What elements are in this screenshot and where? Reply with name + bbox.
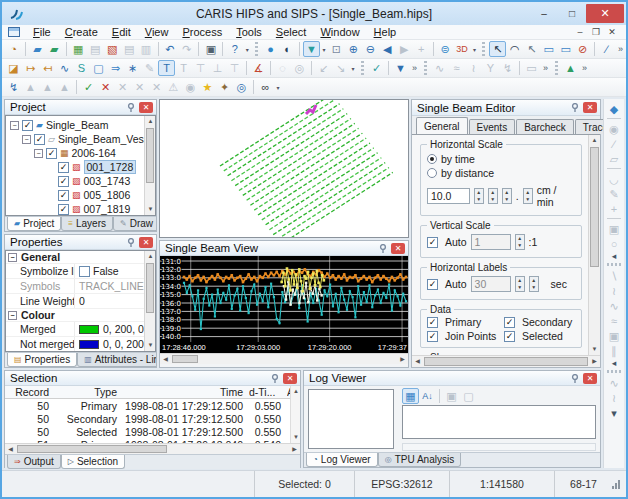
collapse-strip-icon[interactable]: ▾ — [605, 405, 623, 420]
tree-checkbox[interactable]: ✓ — [34, 134, 45, 145]
tree-checkbox[interactable]: ✓ — [22, 120, 33, 131]
property-value[interactable]: False — [74, 264, 155, 278]
export-image-icon[interactable]: ▧ — [104, 41, 121, 57]
spinner[interactable]: ▲▼ — [502, 188, 512, 204]
column-header-record[interactable]: Record — [5, 386, 55, 398]
mdi-close-button[interactable]: ✕ — [604, 27, 620, 37]
pin-icon[interactable] — [125, 102, 137, 113]
property-value[interactable]: 0 — [74, 294, 155, 308]
maximize-button[interactable]: □ — [558, 4, 586, 23]
close-icon[interactable]: ✕ — [283, 373, 297, 384]
scroll-right-icon[interactable]: ▶ — [397, 354, 408, 365]
dropdown-arrow-icon[interactable]: ▾ — [243, 46, 251, 53]
toolbar-overflow-button[interactable]: » — [409, 63, 420, 73]
editor-vscrollbar[interactable]: ▲ ▼ — [588, 135, 600, 355]
spinner[interactable]: ▲▼ — [523, 188, 533, 204]
select-pick-icon[interactable]: ↖ — [523, 41, 540, 57]
tree-node-line-005-1806[interactable]: ✓▨005_1806 — [8, 188, 155, 202]
editor-hscrollbar[interactable]: ◀ ▶ — [412, 355, 600, 367]
toolbar-overflow-button[interactable]: » — [615, 44, 626, 54]
tree-node-line-001-1728[interactable]: ✓▨001_1728 — [8, 160, 155, 174]
table-row[interactable]: 50Selected1998-08-01 17:29:12.5000.55010… — [5, 425, 300, 438]
filter-test-icon[interactable]: ▼ — [392, 60, 409, 76]
angle-tool-icon[interactable]: ∡ — [250, 60, 267, 76]
map-display-view[interactable] — [159, 99, 409, 238]
tree-checkbox[interactable]: ✓ — [58, 190, 69, 201]
tree-expander-icon[interactable]: − — [22, 135, 31, 144]
tree-node-vessel[interactable]: −✓▱Single_Beam_Vessel_E — [8, 132, 155, 146]
bottom-tab-selection[interactable]: ▷Selection — [61, 455, 125, 469]
night-view-icon[interactable]: ◐ — [279, 41, 296, 57]
log-entries-listbox[interactable] — [308, 389, 394, 449]
scroll-up-icon[interactable]: ▲ — [291, 386, 300, 397]
editor-tab-barcheck[interactable]: Barcheck — [516, 119, 574, 134]
selected-checkbox[interactable]: ✓ — [504, 331, 515, 342]
column-header-time[interactable]: Time — [123, 386, 249, 398]
dropdown-arrow-icon[interactable]: ▾ — [471, 46, 479, 53]
dropdown-arrow-icon[interactable]: ▾ — [349, 65, 357, 72]
accept-icon[interactable]: ✓ — [80, 79, 97, 95]
project-tab-layers[interactable]: ≡Layers — [61, 217, 113, 231]
tree-expander-icon[interactable]: − — [10, 121, 19, 130]
vertical-auto-checkbox[interactable]: ✓ — [427, 237, 438, 248]
by-distance-radio[interactable] — [427, 168, 437, 178]
group-expander-icon[interactable]: − — [8, 311, 17, 320]
by-time-radio[interactable] — [427, 154, 437, 164]
depth-trace-chart[interactable]: 131.0132.0133.0134.0135.0136.0137.0138.0… — [160, 256, 408, 353]
menu-create[interactable]: Create — [58, 26, 105, 38]
column-header-d-ti[interactable]: d-Ti... — [249, 386, 287, 398]
filter-accept-icon[interactable]: ✓ — [368, 60, 385, 76]
tree-node-day-2006-164[interactable]: −✓▦2006-164 — [8, 146, 155, 160]
scroll-left-icon[interactable]: ◀ — [5, 444, 16, 455]
dropdown-arrow-icon[interactable]: ▾ — [274, 84, 282, 91]
log-sort-icon[interactable]: A↓ — [419, 388, 436, 404]
new-field-sheet-icon[interactable]: ▢ — [90, 60, 107, 76]
property-row-symbolize-lin[interactable]: Symbolize linFalse — [6, 264, 155, 279]
close-icon[interactable]: ✕ — [583, 102, 597, 113]
select-all-icon[interactable]: ▭ — [557, 41, 574, 57]
close-icon[interactable]: ✕ — [139, 237, 153, 248]
menu-edit[interactable]: Edit — [105, 26, 138, 38]
select-cursor-icon[interactable]: ↖ — [489, 41, 506, 57]
close-icon[interactable]: ✕ — [139, 102, 153, 113]
menu-file[interactable]: File — [26, 26, 58, 38]
spinner[interactable]: ▲▼ — [529, 276, 539, 292]
menu-help[interactable]: Help — [367, 26, 404, 38]
project-tab-project[interactable]: ▰Project — [7, 217, 61, 231]
tree-checkbox[interactable]: ✓ — [46, 148, 57, 159]
toolbar-overflow-button[interactable]: » — [579, 63, 590, 73]
export-data-icon[interactable]: ⇒ — [107, 60, 124, 76]
editor-tab-events[interactable]: Events — [469, 119, 516, 134]
log-tab-tpu-analysis[interactable]: ◎TPU Analysis — [378, 453, 461, 467]
import-line-icon[interactable]: ↦ — [22, 60, 39, 76]
mdi-minimize-button[interactable]: – — [572, 27, 588, 37]
property-row-merged[interactable]: Merged0, 200, 0 — [6, 322, 155, 337]
search-target-icon[interactable]: ◎ — [233, 79, 250, 95]
zoom-in-icon[interactable]: ⊕ — [345, 41, 362, 57]
pin-icon[interactable] — [125, 237, 137, 248]
eraser-icon[interactable]: ◪ — [5, 60, 22, 76]
reject-icon[interactable]: ✕ — [97, 79, 114, 95]
log-detail-box[interactable] — [402, 405, 596, 439]
primary-checkbox[interactable]: ✓ — [427, 317, 438, 328]
close-icon[interactable]: ✕ — [583, 373, 597, 384]
mdi-restore-button[interactable]: ❐ — [588, 27, 604, 37]
scroll-down-icon[interactable]: ▼ — [145, 340, 156, 351]
scroll-left-icon[interactable]: ◀ — [412, 356, 423, 367]
open-project-icon[interactable]: ▰ — [29, 41, 46, 57]
spinner[interactable]: ▲▼ — [474, 188, 484, 204]
menu-process[interactable]: Process — [175, 26, 229, 38]
properties-tab-properties[interactable]: ▤Properties — [7, 353, 77, 367]
scroll-up-icon[interactable]: ▲ — [145, 251, 156, 262]
tree-checkbox[interactable]: ✓ — [58, 162, 69, 173]
group-expander-icon[interactable]: − — [8, 253, 17, 262]
view-3d-icon[interactable]: 3D — [454, 41, 471, 57]
secondary-checkbox[interactable]: ✓ — [504, 317, 515, 328]
property-row-line-weight[interactable]: Line Weight0 — [6, 294, 155, 309]
scroll-right-icon[interactable]: ▶ — [289, 444, 300, 455]
display-filter-icon[interactable]: ▼ — [303, 41, 320, 57]
minimize-button[interactable]: – — [530, 4, 558, 23]
tree-node-single-beam[interactable]: −✓▰Single_Beam — [8, 118, 155, 132]
log-tab-log-viewer[interactable]: ◔Log Viewer — [306, 453, 378, 467]
spinner[interactable]: ▲▼ — [515, 234, 525, 250]
